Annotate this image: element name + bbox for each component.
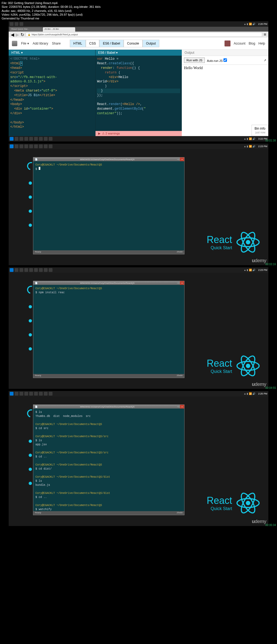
start-icon[interactable] — [10, 137, 14, 141]
terminal-statusbar: Ready25x80 — [33, 374, 184, 378]
taskbar-app[interactable] — [29, 392, 33, 396]
taskbar-app[interactable] — [15, 137, 18, 141]
thumbnail-frame-1: ▲ ▮ 📶 🔊 2:20 PM React Quick Star... JS B… — [0, 21, 277, 141]
terminal-titlebar[interactable]: 📄MINGW32:/c/Users/Cory/OneDrive/Document… — [33, 157, 184, 161]
share-menu[interactable]: Share — [52, 42, 61, 45]
taskbar-app[interactable] — [49, 144, 52, 148]
taskbar-app[interactable] — [19, 392, 23, 396]
taskbar-app[interactable] — [49, 392, 52, 396]
windows-taskbar-bottom: ▲ ▮ 📶 🔊2:25 PM — [9, 391, 268, 396]
taskbar-app[interactable] — [44, 268, 48, 272]
run-button[interactable]: Run with JS — [184, 58, 205, 63]
tab-css[interactable]: CSS — [86, 40, 100, 47]
taskbar-app[interactable] — [44, 137, 48, 141]
taskbar-app[interactable] — [24, 137, 28, 141]
file-menu[interactable]: File ▾ — [21, 42, 29, 45]
reload-icon[interactable]: ↻ — [21, 32, 24, 37]
terminal-titlebar[interactable]: 📄MINGW32:/c/Users/Cory/OneDrive/Document… — [33, 281, 184, 285]
taskbar-app[interactable] — [15, 392, 18, 396]
taskbar-app[interactable] — [44, 392, 48, 396]
taskbar-app[interactable] — [49, 137, 52, 141]
autorun-label[interactable]: Auto-run JS — [207, 58, 227, 62]
blog-link[interactable]: Blog — [249, 42, 255, 45]
tab-console[interactable]: Console — [124, 40, 143, 47]
react-logo-icon — [236, 230, 260, 254]
tray[interactable]: ▲ ▮ 📶 🔊 — [244, 145, 255, 148]
menu-icon[interactable]: ≡ — [264, 32, 266, 37]
taskbar-app[interactable] — [19, 268, 23, 272]
tab-html[interactable]: HTML — [70, 40, 86, 47]
terminal-statusbar: Ready25x80 — [33, 511, 184, 515]
taskbar-app[interactable] — [19, 137, 23, 141]
taskbar-app[interactable] — [34, 144, 38, 148]
expand-icon[interactable]: ↗ — [264, 59, 266, 62]
frame-timestamp: 00:06:34 — [265, 524, 276, 527]
taskbar-icon[interactable] — [10, 22, 14, 26]
start-icon[interactable] — [10, 268, 14, 272]
html-editor[interactable]: <!DOCTYPE html> <html> <head> <script sr… — [9, 56, 95, 136]
udemy-watermark: uudemydemy — [252, 258, 266, 264]
clock[interactable]: 2:20 PM — [258, 23, 267, 25]
tab-es6[interactable]: ES6 / Babel — [99, 40, 123, 47]
taskbar-app[interactable] — [39, 144, 43, 148]
browser-tab[interactable]: React Quick Star... — [10, 27, 42, 32]
account-link[interactable]: Account — [234, 42, 245, 45]
taskbar-app[interactable] — [34, 268, 38, 272]
taskbar-app[interactable] — [39, 137, 43, 141]
es6-panel-header[interactable]: ES6 / Babel ▾ — [95, 50, 182, 56]
tray[interactable]: ▲ ▮ 📶 🔊 — [244, 269, 255, 271]
es6-panel: ES6 / Babel ▾ var Hello = React.createCl… — [95, 50, 182, 136]
user-avatar[interactable] — [225, 41, 230, 46]
taskbar-icon[interactable] — [15, 22, 18, 26]
frame-timestamp: 00:03:16 — [265, 263, 276, 266]
start-icon[interactable] — [10, 392, 14, 396]
forward-icon[interactable]: ▶ — [16, 32, 19, 37]
react-brand: ReactQuick Start — [207, 230, 260, 254]
tab-output[interactable]: Output — [143, 40, 159, 47]
help-link[interactable]: Help — [258, 42, 265, 45]
browser-tab-active[interactable]: JS Bin - JS Bin — [43, 27, 75, 32]
back-icon[interactable]: ◀ — [11, 32, 14, 37]
taskbar-app[interactable] — [19, 144, 23, 148]
tray[interactable]: ▲ ▮ 📶 🔊 — [244, 392, 255, 395]
taskbar-app[interactable] — [34, 392, 38, 396]
taskbar-app[interactable] — [24, 268, 28, 272]
jsbin-logo[interactable] — [12, 41, 17, 46]
taskbar-app[interactable] — [39, 268, 43, 272]
close-icon[interactable]: × — [180, 405, 184, 409]
taskbar-app[interactable] — [49, 268, 52, 272]
taskbar-app[interactable] — [24, 392, 28, 396]
js-editor[interactable]: var Hello = React.createClass({ render: … — [95, 56, 182, 136]
warnings-bar[interactable]: ▶ ⚠ 2 warnings — [95, 131, 182, 136]
terminal-body[interactable]: Cory@CGACKLT ~/OneDrive/Documents/ReactQ… — [33, 285, 184, 374]
udemy-watermark: udemy — [252, 382, 266, 387]
thumbnail-frame-4: ▲ ▮ 📶 🔊2:25 PM 📄MINGW32:/c/Users/Cory/On… — [0, 391, 277, 526]
system-tray[interactable]: ▲ ▮ 📶 🔊 — [244, 23, 255, 25]
url-input[interactable]: 🔒 https://jsbin.com/rusuqa/edit?html,js,… — [26, 32, 262, 37]
taskbar-app[interactable] — [29, 144, 33, 148]
chrome-browser: React Quick Star... JS Bin - JS Bin ◀ ▶ … — [9, 27, 268, 136]
close-icon[interactable]: × — [180, 157, 184, 161]
taskbar-app[interactable] — [39, 392, 43, 396]
terminal-body[interactable]: $ ls Thumbs.db dist node_modules src Cor… — [33, 409, 184, 511]
taskbar-app[interactable] — [29, 137, 33, 141]
terminal-titlebar[interactable]: 📄MINGW32:/c/Users/Cory/OneDrive/Document… — [33, 405, 184, 409]
taskbar-app[interactable] — [44, 144, 48, 148]
tray[interactable]: ▲ ▮ 📶 🔊 — [244, 137, 255, 140]
taskbar-app[interactable] — [15, 268, 18, 272]
start-icon[interactable] — [10, 144, 14, 148]
taskbar-app[interactable] — [24, 144, 28, 148]
bin-info-popup[interactable]: Bin info just now — [252, 125, 268, 136]
taskbar-app[interactable] — [15, 144, 18, 148]
taskbar-icon[interactable] — [19, 22, 23, 26]
close-icon[interactable]: × — [180, 281, 184, 285]
add-library[interactable]: Add library — [33, 42, 48, 45]
taskbar-app[interactable] — [29, 268, 33, 272]
slide-bullets — [29, 305, 32, 350]
autorun-checkbox[interactable] — [223, 58, 227, 62]
taskbar-app[interactable] — [34, 137, 38, 141]
windows-taskbar-bottom: ▲ ▮ 📶 🔊2:23 PM — [9, 267, 268, 273]
html-panel: HTML ▾ <!DOCTYPE html> <html> <head> <sc… — [9, 50, 95, 136]
terminal-body[interactable]: Cory@CGACKLT ~/OneDrive/Documents/ReactQ… — [33, 161, 184, 250]
html-panel-header[interactable]: HTML ▾ — [9, 50, 95, 56]
